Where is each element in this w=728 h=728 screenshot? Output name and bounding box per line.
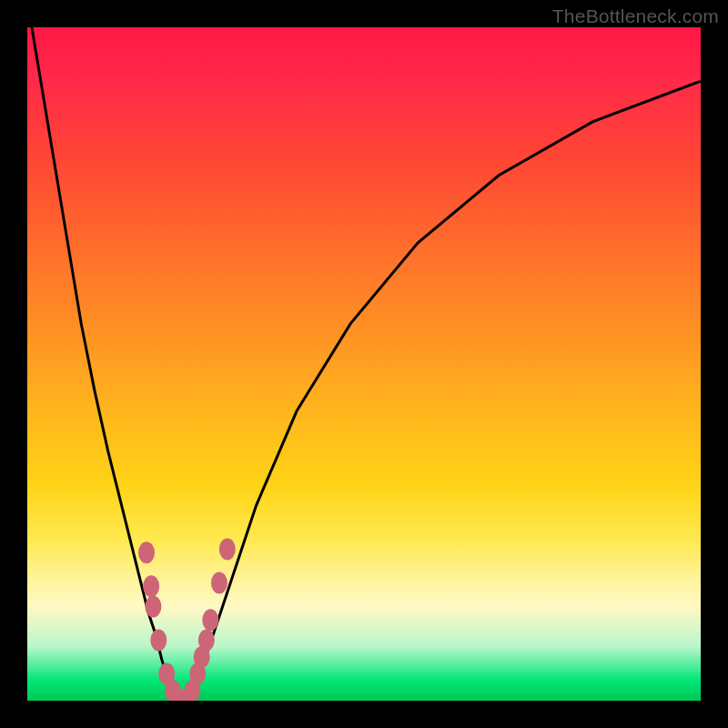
bottleneck-curve bbox=[27, 27, 701, 701]
curve-marker bbox=[198, 629, 215, 651]
plot-area bbox=[27, 27, 701, 701]
curve-marker bbox=[211, 572, 228, 594]
curve-marker bbox=[145, 595, 161, 617]
curve-marker bbox=[202, 609, 218, 631]
curve-marker bbox=[150, 629, 167, 651]
chart-frame: TheBottleneck.com bbox=[0, 0, 728, 728]
curve-marker bbox=[219, 539, 236, 561]
curve-line bbox=[27, 27, 701, 701]
watermark-text: TheBottleneck.com bbox=[552, 5, 719, 27]
curve-markers bbox=[138, 539, 236, 702]
curve-marker bbox=[143, 575, 159, 597]
curve-marker bbox=[138, 541, 155, 563]
